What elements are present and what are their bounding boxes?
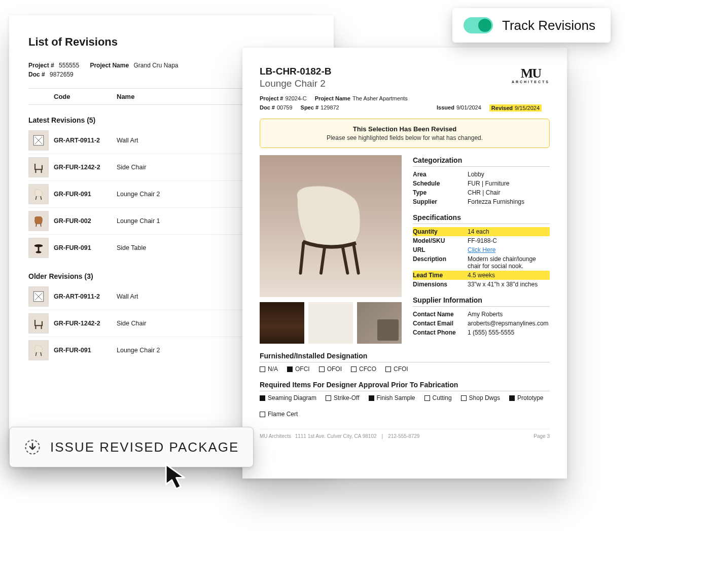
issue-revised-package-button[interactable]: ISSUE REVISED PACKAGE xyxy=(9,427,254,467)
revision-thumb xyxy=(28,313,49,334)
designation-option[interactable]: CFCO xyxy=(351,365,376,373)
col-code: Code xyxy=(54,93,115,100)
revision-code: GR-FUR-002 xyxy=(54,217,115,225)
track-revisions-toggle[interactable] xyxy=(464,17,493,33)
svg-line-18 xyxy=(41,352,41,356)
revision-thumb xyxy=(28,130,49,151)
product-image xyxy=(260,155,402,297)
revision-code: GR-ART-0911-2 xyxy=(54,293,115,300)
required-items-heading: Required Items For Designer Approval Pri… xyxy=(260,381,550,391)
revision-banner: This Selection Has Been Revised Please s… xyxy=(260,119,550,148)
swatch-fabric xyxy=(308,302,353,344)
mu-architects-logo: MU ARCHITECTS xyxy=(512,66,550,84)
track-revisions-card: Track Revisions xyxy=(452,8,611,43)
revision-thumb xyxy=(28,157,49,177)
spec-footer: MU Architects 1111 1st Ave. Culver City,… xyxy=(260,429,550,439)
lead-time-row-highlighted: Lead Time4.5 weeks xyxy=(413,271,550,280)
revision-thumb xyxy=(28,211,49,231)
checkbox-icon xyxy=(424,395,430,401)
doc-num-label: Doc # xyxy=(28,71,45,78)
required-item-option[interactable]: Seaming Diagram xyxy=(260,394,316,401)
checkbox-icon xyxy=(369,395,374,401)
checkbox-icon xyxy=(260,366,265,372)
revision-thumb xyxy=(28,286,49,307)
spec-url-link[interactable]: Click Here xyxy=(468,246,495,253)
track-revisions-label: Track Revisions xyxy=(502,18,595,33)
revision-code: GR-ART-0911-2 xyxy=(54,137,115,144)
list-title: List of Revisions xyxy=(28,35,314,49)
spec-sheet-document: LB-CHR-0182-B Lounge Chair 2 MU ARCHITEC… xyxy=(242,48,567,479)
swatch-wood xyxy=(260,302,304,344)
revision-code: GR-FUR-091 xyxy=(54,191,115,198)
revision-code: GR-FUR-091 xyxy=(54,347,115,354)
checkbox-icon xyxy=(351,366,357,372)
revision-code: GR-FUR-091 xyxy=(54,244,115,251)
spec-code: LB-CHR-0182-B xyxy=(260,66,550,77)
checkbox-icon xyxy=(509,395,515,401)
required-item-option[interactable]: Strike-Off xyxy=(326,394,359,401)
svg-line-6 xyxy=(41,196,41,200)
svg-rect-10 xyxy=(38,246,40,251)
svg-line-8 xyxy=(41,224,41,227)
swatch-pillow xyxy=(357,302,402,344)
designation-option[interactable]: OFOI xyxy=(319,365,342,373)
designation-option[interactable]: N/A xyxy=(260,365,278,373)
download-circle-icon xyxy=(24,438,41,456)
required-item-option[interactable]: Flame Cert xyxy=(260,411,298,418)
svg-line-17 xyxy=(36,352,36,356)
required-item-option[interactable]: Finish Sample xyxy=(369,394,415,401)
revision-code: GR-FUR-1242-2 xyxy=(54,320,115,327)
designation-heading: Furnished/Installed Designation xyxy=(260,352,550,362)
checkbox-icon xyxy=(260,412,265,417)
proj-num: 555555 xyxy=(59,62,79,69)
checkbox-icon xyxy=(385,366,391,372)
checkbox-icon xyxy=(319,366,325,372)
issue-revised-package-label: ISSUE REVISED PACKAGE xyxy=(50,439,239,455)
supplier-info-heading: Supplier Information xyxy=(413,296,550,307)
proj-num-label: Project # xyxy=(28,62,54,69)
swatch-row xyxy=(260,302,402,344)
proj-name: Grand Cru Napa xyxy=(133,62,178,69)
required-item-option[interactable]: Shop Dwgs xyxy=(461,394,500,401)
revision-thumb xyxy=(28,340,49,360)
revision-thumb xyxy=(28,184,49,204)
required-item-option[interactable]: Cutting xyxy=(424,394,452,401)
checkbox-icon xyxy=(287,366,293,372)
quantity-row-highlighted: Quantity14 each xyxy=(413,227,550,236)
svg-point-11 xyxy=(36,251,41,253)
svg-line-7 xyxy=(36,224,37,227)
checkbox-icon xyxy=(326,395,331,401)
revised-highlight: Revised9/15/2024 xyxy=(489,104,542,112)
designation-option[interactable]: OFCI xyxy=(287,365,310,373)
checkbox-icon xyxy=(461,395,467,401)
svg-line-5 xyxy=(36,196,36,200)
categorization-heading: Categorization xyxy=(413,156,550,167)
doc-num: 9872659 xyxy=(50,71,74,78)
revision-thumb xyxy=(28,238,49,258)
spec-title: Lounge Chair 2 xyxy=(260,78,550,89)
designation-option[interactable]: CFOI xyxy=(385,365,408,373)
revision-code: GR-FUR-1242-2 xyxy=(54,164,115,171)
required-item-option[interactable]: Prototype xyxy=(509,394,543,401)
specifications-heading: Specifications xyxy=(413,213,550,224)
cursor-icon xyxy=(162,462,192,492)
checkbox-icon xyxy=(260,395,265,401)
proj-name-label: Project Name xyxy=(90,62,129,69)
